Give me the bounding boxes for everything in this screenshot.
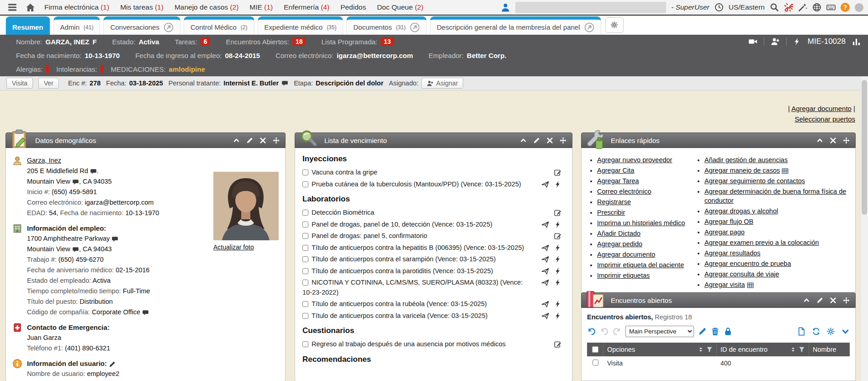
due-item-checkbox[interactable] <box>302 256 308 262</box>
due-item-checkbox[interactable] <box>302 169 308 175</box>
help-icon[interactable]: ? <box>841 3 850 12</box>
add-document-link[interactable]: Agregar documento <box>791 105 852 112</box>
link-gestion-ausencias[interactable]: Añadir gestión de ausencias <box>704 156 788 164</box>
menu-item-mie[interactable]: MIE (1) <box>249 3 273 11</box>
select-all-checkbox[interactable] <box>592 346 598 353</box>
ver-button[interactable]: Ver <box>38 78 59 89</box>
bolt-icon[interactable] <box>793 37 801 46</box>
send-icon[interactable] <box>541 300 549 308</box>
home-icon[interactable] <box>26 3 35 12</box>
link-agregar-pago[interactable]: Agregar pago <box>704 228 745 236</box>
due-item-checkbox[interactable] <box>302 210 308 216</box>
due-item-checkbox[interactable] <box>302 280 308 286</box>
link-agregar-proveedor[interactable]: Agregar nuevo proveedor <box>597 156 672 164</box>
speech-bubble-icon[interactable] <box>72 246 79 253</box>
menu-item-enfermeria[interactable]: Enfermería (4) <box>284 3 329 11</box>
close-icon[interactable] <box>546 137 553 144</box>
undo-icon[interactable] <box>587 327 596 336</box>
collapse-icon[interactable] <box>803 297 810 304</box>
link-agregar-pedido[interactable]: Agregar pedido <box>597 240 642 248</box>
clock-icon[interactable] <box>715 3 724 12</box>
collapse-icon[interactable] <box>233 137 240 144</box>
table-row[interactable]: Visita 400 <box>587 356 850 367</box>
edit-note-icon[interactable] <box>554 169 562 176</box>
tab-control-medico[interactable]: Control Médico(2) <box>184 16 254 35</box>
link-imprimir-historial[interactable]: Imprima un historiales médico <box>597 219 685 227</box>
link-agregar-tarea[interactable]: Agregar Tarea <box>597 177 639 185</box>
update-photo-link[interactable]: Actualizar foto <box>213 243 254 251</box>
tab-resumen[interactable]: Resumen <box>5 16 50 35</box>
link-encuentro-prueba[interactable]: Agregar encuentro de prueba <box>704 260 791 267</box>
link-agregar-visita[interactable]: Agregar visita <box>704 281 745 288</box>
send-icon[interactable] <box>541 279 549 286</box>
video-camera-icon[interactable] <box>748 37 757 46</box>
link-determinacion-conductor[interactable]: Agregar determinación de buena forma fís… <box>704 188 846 204</box>
menu-item-mis-tareas[interactable]: Mis tareas (1) <box>120 3 164 11</box>
link-anadir-dictado[interactable]: Añadir Dictado <box>597 230 640 237</box>
filter-icon[interactable] <box>799 346 805 353</box>
menu-item-manejo-casos[interactable]: Manejo de casos (2) <box>175 3 238 11</box>
globe-icon[interactable] <box>812 3 821 12</box>
due-item-checkbox[interactable] <box>302 181 308 187</box>
assign-button[interactable]: Asignar <box>421 78 463 89</box>
panel-header[interactable]: Encuentros abiertos <box>581 292 856 308</box>
move-icon[interactable] <box>273 137 280 144</box>
external-link-icon[interactable] <box>164 22 174 32</box>
menu-item-firma[interactable]: Firma electrónica (1) <box>44 3 109 11</box>
external-link-icon[interactable] <box>410 22 420 32</box>
tab-membresia-panel[interactable]: Descripción general de la membresía del … <box>430 16 601 35</box>
link-manejo-casos[interactable]: Agregar manejo de casos <box>704 167 780 174</box>
link-drogas-alcohol[interactable]: Agregar drogas y alcohol <box>704 207 778 215</box>
due-item-checkbox[interactable] <box>302 268 308 274</box>
patient-name-link[interactable]: Garza, Inez <box>27 157 61 164</box>
wand-icon[interactable] <box>798 3 807 12</box>
due-item-checkbox[interactable] <box>302 222 308 228</box>
bolt-icon[interactable] <box>554 300 562 308</box>
tasks-badge[interactable]: 6 <box>201 37 211 46</box>
tab-expediente-medico[interactable]: Expediente médico(35) <box>258 16 344 35</box>
tab-settings-button[interactable] <box>605 17 624 33</box>
menu-item-pedidos[interactable]: Pedidos <box>340 3 366 11</box>
speech-bubble-icon[interactable] <box>90 168 97 175</box>
due-item-checkbox[interactable] <box>302 341 308 347</box>
perspective-select[interactable]: Main Perspective <box>625 326 694 337</box>
sort-icon[interactable] <box>790 346 796 353</box>
edit-icon[interactable] <box>109 361 116 368</box>
link-registrarse[interactable]: Registrarse <box>597 198 631 206</box>
medications-value[interactable]: amlodipine <box>169 65 205 73</box>
send-icon[interactable] <box>541 221 549 228</box>
speech-bubble-icon[interactable] <box>142 309 149 316</box>
bar-chart-icon[interactable] <box>852 37 861 46</box>
refresh-icon[interactable] <box>812 327 820 336</box>
person-add-icon[interactable] <box>771 37 780 46</box>
collapse-icon[interactable] <box>520 137 527 144</box>
link-imprimir-etiqueta-paciente[interactable]: Imprimir etiqueta del paciente <box>597 261 684 269</box>
send-icon[interactable] <box>541 180 549 188</box>
bolt-icon[interactable] <box>554 279 562 286</box>
send-icon[interactable] <box>541 267 549 275</box>
panel-header[interactable]: Lista de vencimiento <box>295 132 572 148</box>
due-item-checkbox[interactable] <box>302 313 308 319</box>
edit-icon[interactable] <box>816 297 823 304</box>
intolerances-flag[interactable] <box>101 65 104 73</box>
link-agregar-resultados[interactable]: Agregar resultados <box>704 249 761 257</box>
menu-item-doc-queue[interactable]: Doc Queue (2) <box>377 3 423 11</box>
avatar[interactable] <box>855 3 863 12</box>
edit-icon[interactable] <box>246 137 253 144</box>
select-ports-link[interactable]: Seleccionar puertos <box>794 115 855 123</box>
collapse-icon[interactable] <box>816 137 823 144</box>
list-icon[interactable] <box>782 168 789 175</box>
open-encounters-badge[interactable]: 18 <box>292 37 306 46</box>
move-icon[interactable] <box>560 137 566 144</box>
panel-header[interactable]: Enlaces rápidos <box>581 132 856 148</box>
tab-admin[interactable]: Admin(41) <box>53 16 101 35</box>
link-flujo-ob[interactable]: Agregar flujo OB <box>704 218 753 225</box>
chevron-down-icon[interactable] <box>841 327 850 336</box>
speech-bubble-icon[interactable] <box>72 179 79 185</box>
edit-perspective-icon[interactable] <box>698 327 707 336</box>
bolt-icon[interactable] <box>554 244 562 252</box>
broken-link-icon[interactable] <box>784 3 793 12</box>
filter-icon[interactable] <box>706 346 713 353</box>
delete-perspective-icon[interactable] <box>711 327 720 336</box>
link-agregar-documento[interactable]: Agregar documento <box>597 251 655 258</box>
